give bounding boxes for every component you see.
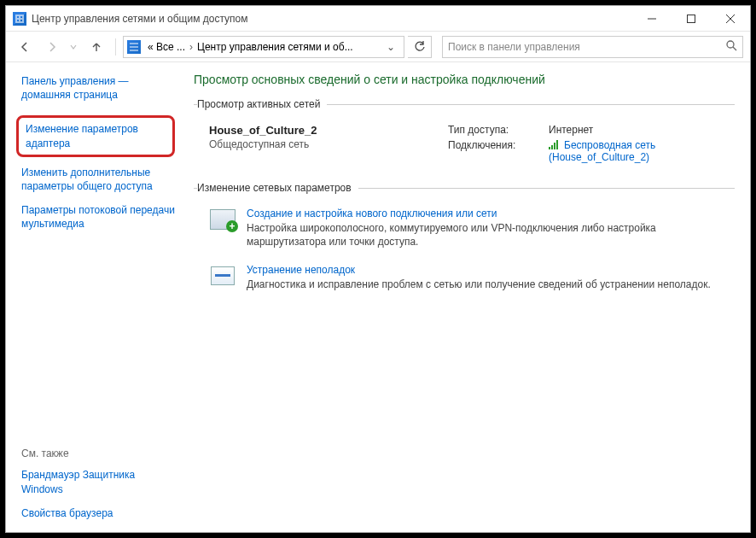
troubleshoot-desc: Диагностика и исправление проблем с сеть…: [247, 278, 728, 291]
wifi-signal-icon: [549, 140, 561, 149]
change-settings-group: Изменение сетевых параметров Создание и …: [194, 182, 735, 307]
close-button[interactable]: [711, 6, 750, 32]
new-connection-link[interactable]: Создание и настройка нового подключения …: [247, 208, 728, 219]
access-type-value: Интернет: [549, 124, 728, 136]
sidebar: Панель управления — домашняя страница Из…: [6, 62, 185, 532]
breadcrumb[interactable]: « Все ... › Центр управления сетями и об…: [123, 36, 404, 58]
new-connection-icon: [209, 208, 236, 231]
window-title: Центр управления сетями и общим доступом: [32, 13, 248, 25]
breadcrumb-icon: [127, 40, 141, 54]
sidebar-spacer: [21, 242, 175, 448]
breadcrumb-dropdown[interactable]: ⌄: [381, 41, 400, 53]
troubleshoot-item: Устранение неполадок Диагностика и испра…: [197, 259, 731, 301]
svg-rect-0: [688, 15, 695, 22]
sidebar-firewall-link[interactable]: Брандмауэр Защитника Windows: [21, 468, 175, 495]
app-icon: [13, 12, 26, 26]
svg-point-1: [727, 41, 734, 48]
access-type-label: Тип доступа:: [448, 124, 542, 136]
title-bar: Центр управления сетями и общим доступом: [6, 6, 750, 32]
sidebar-streaming-link[interactable]: Параметры потоковой передачи мультимедиа: [21, 203, 175, 231]
active-network-row: House_of_Culture_2 Общедоступная сеть Ти…: [197, 119, 731, 168]
forward-button[interactable]: [40, 35, 64, 59]
nav-separator: [115, 38, 116, 56]
content-area: Просмотр основных сведений о сети и наст…: [185, 62, 750, 532]
connection-link[interactable]: Беспроводная сеть (House_of_Culture_2): [549, 139, 728, 163]
search-icon[interactable]: [725, 39, 737, 54]
new-connection-item: Создание и настройка нового подключения …: [197, 202, 731, 259]
up-button[interactable]: [84, 35, 108, 59]
network-info: House_of_Culture_2 Общедоступная сеть: [209, 124, 422, 163]
refresh-button[interactable]: [408, 36, 432, 58]
sidebar-sharing-link[interactable]: Изменить дополнительные параметры общего…: [21, 166, 175, 193]
connection-name: Беспроводная сеть (House_of_Culture_2): [549, 139, 655, 163]
search-input[interactable]: [448, 41, 720, 53]
minimize-button[interactable]: [632, 6, 672, 32]
sidebar-browser-link[interactable]: Свойства браузера: [21, 506, 175, 520]
recent-dropdown[interactable]: [67, 35, 79, 59]
troubleshoot-icon: [209, 264, 236, 288]
back-button[interactable]: [13, 35, 37, 59]
change-settings-legend: Изменение сетевых параметров: [197, 182, 358, 194]
body: Панель управления — домашняя страница Из…: [6, 62, 750, 532]
sidebar-adapter-link[interactable]: Изменение параметров адаптера: [16, 115, 175, 156]
window: Центр управления сетями и общим доступом: [5, 5, 751, 533]
search-box[interactable]: [442, 36, 743, 58]
active-networks-group: Просмотр активных сетей House_of_Culture…: [194, 98, 735, 173]
sidebar-home-link[interactable]: Панель управления — домашняя страница: [21, 74, 175, 102]
active-networks-legend: Просмотр активных сетей: [197, 98, 327, 110]
troubleshoot-link[interactable]: Устранение неполадок: [247, 264, 728, 276]
window-controls: [632, 6, 750, 32]
page-title: Просмотр основных сведений о сети и наст…: [194, 73, 735, 86]
maximize-button[interactable]: [672, 6, 711, 32]
see-also-header: См. также: [21, 447, 175, 459]
network-name: House_of_Culture_2: [209, 124, 422, 137]
breadcrumb-root[interactable]: « Все ...: [144, 41, 189, 53]
breadcrumb-current[interactable]: Центр управления сетями и об...: [194, 41, 357, 53]
new-connection-desc: Настройка широкополосного, коммутируемог…: [247, 221, 728, 249]
network-type: Общедоступная сеть: [209, 138, 422, 150]
connections-label: Подключения:: [448, 139, 542, 163]
network-details: Тип доступа: Интернет Подключения: Беспр…: [448, 124, 728, 163]
navigation-bar: « Все ... › Центр управления сетями и об…: [6, 32, 750, 62]
